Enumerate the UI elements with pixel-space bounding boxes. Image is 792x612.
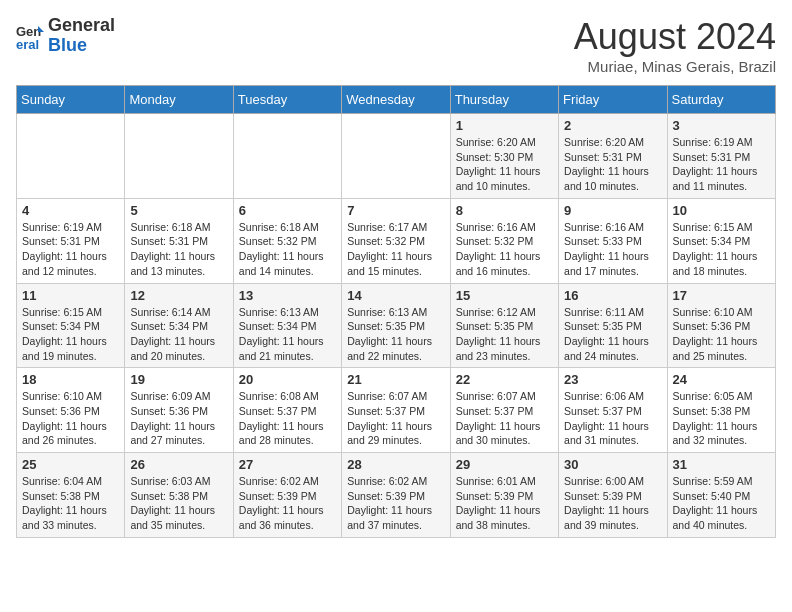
- calendar-cell: 21Sunrise: 6:07 AM Sunset: 5:37 PM Dayli…: [342, 368, 450, 453]
- col-header-friday: Friday: [559, 86, 667, 114]
- day-number: 22: [456, 372, 553, 387]
- day-number: 13: [239, 288, 336, 303]
- week-row-3: 11Sunrise: 6:15 AM Sunset: 5:34 PM Dayli…: [17, 283, 776, 368]
- day-number: 8: [456, 203, 553, 218]
- title-block: August 2024 Muriae, Minas Gerais, Brazil: [574, 16, 776, 75]
- calendar-cell: 7Sunrise: 6:17 AM Sunset: 5:32 PM Daylig…: [342, 198, 450, 283]
- day-info: Sunrise: 6:05 AM Sunset: 5:38 PM Dayligh…: [673, 389, 770, 448]
- header-row: SundayMondayTuesdayWednesdayThursdayFrid…: [17, 86, 776, 114]
- calendar-cell: 16Sunrise: 6:11 AM Sunset: 5:35 PM Dayli…: [559, 283, 667, 368]
- col-header-wednesday: Wednesday: [342, 86, 450, 114]
- calendar-cell: 20Sunrise: 6:08 AM Sunset: 5:37 PM Dayli…: [233, 368, 341, 453]
- day-info: Sunrise: 6:03 AM Sunset: 5:38 PM Dayligh…: [130, 474, 227, 533]
- col-header-saturday: Saturday: [667, 86, 775, 114]
- page-header: Gen eral General Blue August 2024 Muriae…: [16, 16, 776, 75]
- day-info: Sunrise: 6:08 AM Sunset: 5:37 PM Dayligh…: [239, 389, 336, 448]
- day-info: Sunrise: 5:59 AM Sunset: 5:40 PM Dayligh…: [673, 474, 770, 533]
- calendar-cell: 15Sunrise: 6:12 AM Sunset: 5:35 PM Dayli…: [450, 283, 558, 368]
- svg-text:eral: eral: [16, 37, 39, 50]
- calendar-cell: 11Sunrise: 6:15 AM Sunset: 5:34 PM Dayli…: [17, 283, 125, 368]
- week-row-4: 18Sunrise: 6:10 AM Sunset: 5:36 PM Dayli…: [17, 368, 776, 453]
- calendar-cell: 25Sunrise: 6:04 AM Sunset: 5:38 PM Dayli…: [17, 453, 125, 538]
- day-info: Sunrise: 6:16 AM Sunset: 5:33 PM Dayligh…: [564, 220, 661, 279]
- day-number: 26: [130, 457, 227, 472]
- day-info: Sunrise: 6:12 AM Sunset: 5:35 PM Dayligh…: [456, 305, 553, 364]
- day-number: 31: [673, 457, 770, 472]
- calendar-cell: 28Sunrise: 6:02 AM Sunset: 5:39 PM Dayli…: [342, 453, 450, 538]
- day-number: 14: [347, 288, 444, 303]
- day-number: 6: [239, 203, 336, 218]
- day-number: 5: [130, 203, 227, 218]
- day-info: Sunrise: 6:17 AM Sunset: 5:32 PM Dayligh…: [347, 220, 444, 279]
- day-info: Sunrise: 6:09 AM Sunset: 5:36 PM Dayligh…: [130, 389, 227, 448]
- col-header-monday: Monday: [125, 86, 233, 114]
- day-info: Sunrise: 6:19 AM Sunset: 5:31 PM Dayligh…: [673, 135, 770, 194]
- day-info: Sunrise: 6:20 AM Sunset: 5:31 PM Dayligh…: [564, 135, 661, 194]
- calendar-cell: [342, 114, 450, 199]
- day-number: 30: [564, 457, 661, 472]
- day-info: Sunrise: 6:10 AM Sunset: 5:36 PM Dayligh…: [22, 389, 119, 448]
- day-number: 2: [564, 118, 661, 133]
- day-info: Sunrise: 6:20 AM Sunset: 5:30 PM Dayligh…: [456, 135, 553, 194]
- logo-icon: Gen eral: [16, 22, 44, 50]
- day-number: 27: [239, 457, 336, 472]
- day-info: Sunrise: 6:00 AM Sunset: 5:39 PM Dayligh…: [564, 474, 661, 533]
- calendar-cell: 5Sunrise: 6:18 AM Sunset: 5:31 PM Daylig…: [125, 198, 233, 283]
- day-info: Sunrise: 6:18 AM Sunset: 5:31 PM Dayligh…: [130, 220, 227, 279]
- col-header-thursday: Thursday: [450, 86, 558, 114]
- calendar-cell: 27Sunrise: 6:02 AM Sunset: 5:39 PM Dayli…: [233, 453, 341, 538]
- day-number: 18: [22, 372, 119, 387]
- calendar-cell: 4Sunrise: 6:19 AM Sunset: 5:31 PM Daylig…: [17, 198, 125, 283]
- day-info: Sunrise: 6:19 AM Sunset: 5:31 PM Dayligh…: [22, 220, 119, 279]
- day-number: 16: [564, 288, 661, 303]
- location: Muriae, Minas Gerais, Brazil: [574, 58, 776, 75]
- day-number: 7: [347, 203, 444, 218]
- day-number: 23: [564, 372, 661, 387]
- calendar-cell: 1Sunrise: 6:20 AM Sunset: 5:30 PM Daylig…: [450, 114, 558, 199]
- day-info: Sunrise: 6:15 AM Sunset: 5:34 PM Dayligh…: [673, 220, 770, 279]
- day-info: Sunrise: 6:04 AM Sunset: 5:38 PM Dayligh…: [22, 474, 119, 533]
- day-info: Sunrise: 6:10 AM Sunset: 5:36 PM Dayligh…: [673, 305, 770, 364]
- day-info: Sunrise: 6:15 AM Sunset: 5:34 PM Dayligh…: [22, 305, 119, 364]
- calendar-cell: 13Sunrise: 6:13 AM Sunset: 5:34 PM Dayli…: [233, 283, 341, 368]
- day-info: Sunrise: 6:14 AM Sunset: 5:34 PM Dayligh…: [130, 305, 227, 364]
- day-number: 24: [673, 372, 770, 387]
- week-row-5: 25Sunrise: 6:04 AM Sunset: 5:38 PM Dayli…: [17, 453, 776, 538]
- calendar-cell: 26Sunrise: 6:03 AM Sunset: 5:38 PM Dayli…: [125, 453, 233, 538]
- calendar-cell: 17Sunrise: 6:10 AM Sunset: 5:36 PM Dayli…: [667, 283, 775, 368]
- day-number: 21: [347, 372, 444, 387]
- day-number: 9: [564, 203, 661, 218]
- day-number: 28: [347, 457, 444, 472]
- calendar-cell: [17, 114, 125, 199]
- day-number: 12: [130, 288, 227, 303]
- day-info: Sunrise: 6:02 AM Sunset: 5:39 PM Dayligh…: [347, 474, 444, 533]
- logo-text: General Blue: [48, 16, 115, 56]
- calendar-cell: 29Sunrise: 6:01 AM Sunset: 5:39 PM Dayli…: [450, 453, 558, 538]
- calendar-cell: 12Sunrise: 6:14 AM Sunset: 5:34 PM Dayli…: [125, 283, 233, 368]
- calendar-cell: 3Sunrise: 6:19 AM Sunset: 5:31 PM Daylig…: [667, 114, 775, 199]
- day-info: Sunrise: 6:02 AM Sunset: 5:39 PM Dayligh…: [239, 474, 336, 533]
- day-info: Sunrise: 6:13 AM Sunset: 5:35 PM Dayligh…: [347, 305, 444, 364]
- week-row-1: 1Sunrise: 6:20 AM Sunset: 5:30 PM Daylig…: [17, 114, 776, 199]
- logo: Gen eral General Blue: [16, 16, 115, 56]
- day-number: 3: [673, 118, 770, 133]
- day-info: Sunrise: 6:06 AM Sunset: 5:37 PM Dayligh…: [564, 389, 661, 448]
- calendar-cell: 9Sunrise: 6:16 AM Sunset: 5:33 PM Daylig…: [559, 198, 667, 283]
- calendar-cell: 6Sunrise: 6:18 AM Sunset: 5:32 PM Daylig…: [233, 198, 341, 283]
- calendar-cell: 19Sunrise: 6:09 AM Sunset: 5:36 PM Dayli…: [125, 368, 233, 453]
- day-number: 4: [22, 203, 119, 218]
- day-info: Sunrise: 6:18 AM Sunset: 5:32 PM Dayligh…: [239, 220, 336, 279]
- day-number: 1: [456, 118, 553, 133]
- day-info: Sunrise: 6:13 AM Sunset: 5:34 PM Dayligh…: [239, 305, 336, 364]
- calendar-cell: 18Sunrise: 6:10 AM Sunset: 5:36 PM Dayli…: [17, 368, 125, 453]
- week-row-2: 4Sunrise: 6:19 AM Sunset: 5:31 PM Daylig…: [17, 198, 776, 283]
- calendar-cell: 23Sunrise: 6:06 AM Sunset: 5:37 PM Dayli…: [559, 368, 667, 453]
- day-info: Sunrise: 6:07 AM Sunset: 5:37 PM Dayligh…: [456, 389, 553, 448]
- day-info: Sunrise: 6:16 AM Sunset: 5:32 PM Dayligh…: [456, 220, 553, 279]
- day-number: 29: [456, 457, 553, 472]
- day-number: 20: [239, 372, 336, 387]
- col-header-sunday: Sunday: [17, 86, 125, 114]
- calendar-cell: 31Sunrise: 5:59 AM Sunset: 5:40 PM Dayli…: [667, 453, 775, 538]
- month-year: August 2024: [574, 16, 776, 58]
- calendar-cell: [125, 114, 233, 199]
